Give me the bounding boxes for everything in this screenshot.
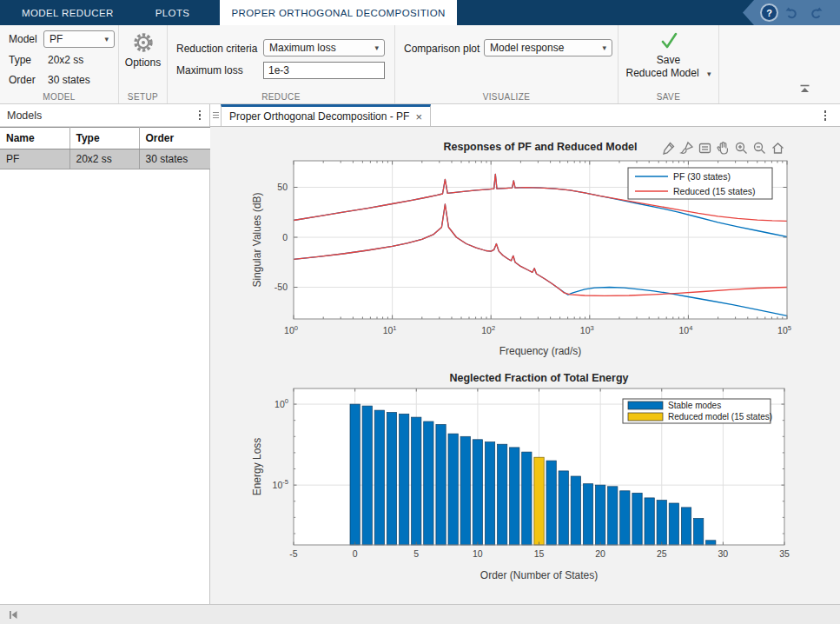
- svg-text:Responses of PF and Reduced Mo: Responses of PF and Reduced Model: [444, 141, 638, 153]
- svg-text:PF (30 states): PF (30 states): [673, 171, 731, 182]
- bar-stable-mode: [583, 484, 592, 545]
- gear-icon: [132, 31, 155, 54]
- bar-stable-mode: [669, 503, 678, 545]
- bar-stable-mode: [400, 414, 409, 545]
- section-caption-save: SAVE: [618, 92, 718, 102]
- maximum-loss-input[interactable]: [263, 62, 385, 79]
- model-label: Model: [9, 33, 37, 45]
- bar-stable-mode: [350, 404, 360, 545]
- datatips-icon[interactable]: [697, 140, 713, 156]
- svg-text:Frequency (rad/s): Frequency (rad/s): [499, 345, 582, 357]
- bar-stable-mode: [632, 493, 642, 545]
- tab-model-reducer[interactable]: MODEL REDUCER: [10, 0, 125, 25]
- models-panel-menu-icon[interactable]: [195, 107, 210, 124]
- bar-stable-mode: [498, 444, 507, 545]
- document-tab-pod-pf[interactable]: Proper Orthogonal Decomposition - PF ×: [221, 104, 431, 126]
- ribbon: Model PF ▾ Type 20x2 ss Order 30 states …: [0, 25, 840, 104]
- bar-stable-mode: [412, 417, 421, 545]
- svg-text:-5: -5: [289, 548, 297, 559]
- save-reduced-model-button[interactable]: Save Reduced Model ▾: [618, 30, 718, 81]
- svg-text:104: 104: [678, 324, 692, 335]
- status-bar: [0, 604, 840, 624]
- bar-stable-mode: [596, 485, 605, 545]
- bar-stable-mode: [374, 410, 384, 545]
- model-dropdown[interactable]: PF ▾: [43, 30, 115, 48]
- undo-icon[interactable]: [784, 6, 800, 20]
- models-panel-header: Models: [0, 104, 209, 127]
- svg-text:0: 0: [353, 548, 358, 559]
- legend: Stable modesReduced model (15 states): [623, 399, 772, 423]
- svg-text:Reduced (15 states): Reduced (15 states): [673, 186, 756, 196]
- responses-plot: 100101102103104105500-50Responses of PF …: [251, 141, 791, 357]
- bar-stable-mode: [681, 508, 691, 545]
- model-reducer-app: MODEL REDUCER PLOTS PROPER ORTHOGONAL DE…: [0, 0, 840, 624]
- table-row[interactable]: PF 20x2 ss 30 states: [0, 149, 210, 169]
- bar-stable-mode: [706, 541, 716, 545]
- ribbon-section-setup: Options SETUP: [119, 25, 168, 103]
- section-caption-model: MODEL: [0, 92, 118, 102]
- restore-view-icon[interactable]: [770, 140, 786, 156]
- svg-text:103: 103: [580, 324, 594, 335]
- collapse-panel-icon[interactable]: [7, 608, 20, 624]
- bar-stable-mode: [522, 452, 532, 545]
- bar-stable-mode: [694, 519, 704, 546]
- brush-icon[interactable]: [678, 140, 695, 156]
- svg-text:0: 0: [282, 232, 288, 242]
- charts: 100101102103104105500-50Responses of PF …: [210, 127, 840, 604]
- tab-plots[interactable]: PLOTS: [144, 0, 202, 25]
- order-value: 30 states: [48, 74, 90, 86]
- reduction-criteria-dropdown[interactable]: Maximum loss ▾: [263, 39, 385, 56]
- figure-canvas: 100101102103104105500-50Responses of PF …: [210, 127, 840, 604]
- type-label: Type: [9, 54, 31, 66]
- svg-text:105: 105: [777, 324, 791, 335]
- bar-stable-mode: [460, 436, 470, 545]
- svg-text:101: 101: [383, 324, 397, 335]
- comparison-plot-dropdown[interactable]: Model response ▾: [484, 39, 612, 56]
- bar-stable-mode: [448, 434, 458, 545]
- ribbon-section-model: Model PF ▾ Type 20x2 ss Order 30 states …: [0, 25, 119, 103]
- bar-stable-mode: [485, 442, 494, 545]
- type-value: 20x2 ss: [48, 54, 83, 66]
- close-icon[interactable]: ×: [415, 110, 422, 123]
- svg-text:Stable modes: Stable modes: [668, 401, 721, 410]
- panel-grip-icon[interactable]: [213, 112, 219, 118]
- bar-stable-mode: [362, 406, 372, 545]
- tab-proper-orthogonal-decomposition[interactable]: PROPER ORTHOGONAL DECOMPOSITION: [220, 0, 456, 25]
- bar-stable-mode: [571, 476, 580, 545]
- model-type-cell[interactable]: 20x2 ss: [69, 149, 139, 169]
- document-tab-bar: Proper Orthogonal Decomposition - PF ×: [210, 104, 840, 127]
- column-header-type: Type: [69, 128, 139, 149]
- bar-reduced-model: [534, 457, 544, 545]
- svg-text:30: 30: [718, 548, 729, 559]
- caret-down-icon: ▾: [602, 43, 606, 52]
- svg-text:102: 102: [481, 324, 495, 335]
- bar-stable-mode: [645, 498, 654, 545]
- help-icon[interactable]: ?: [762, 5, 777, 20]
- zoom-out-icon[interactable]: [751, 140, 768, 156]
- models-panel: Models Name Type Order PF 20x2 ss 30 sta…: [0, 104, 210, 604]
- zoom-in-icon[interactable]: [733, 140, 750, 156]
- axes-toolbar: [660, 140, 786, 156]
- bar-stable-mode: [657, 501, 666, 545]
- svg-text:25: 25: [657, 548, 667, 559]
- quick-access-bar: ?: [743, 0, 840, 25]
- legend: PF (30 states)Reduced (15 states): [628, 168, 772, 199]
- document-bar-menu-icon[interactable]: [821, 107, 836, 124]
- section-caption-visualize: VISUALIZE: [395, 92, 618, 102]
- bar-stable-mode: [620, 491, 630, 545]
- caret-down-icon: ▾: [104, 35, 109, 43]
- collapse-ribbon-icon[interactable]: [799, 81, 810, 96]
- export-icon[interactable]: [660, 140, 677, 156]
- bar-stable-mode: [436, 424, 446, 545]
- bar-stable-mode: [510, 448, 519, 545]
- model-name-cell[interactable]: PF: [0, 149, 69, 169]
- check-icon: [658, 30, 680, 51]
- svg-text:100: 100: [274, 397, 288, 408]
- model-order-cell[interactable]: 30 states: [139, 149, 210, 169]
- redo-icon[interactable]: [808, 6, 823, 20]
- energy-loss-plot: -50510152025303510010-5Neglected Fractio…: [251, 372, 790, 581]
- svg-text:100: 100: [284, 324, 298, 335]
- options-button[interactable]: Options: [119, 31, 167, 70]
- pan-icon[interactable]: [715, 140, 731, 156]
- section-caption-setup: SETUP: [119, 92, 167, 102]
